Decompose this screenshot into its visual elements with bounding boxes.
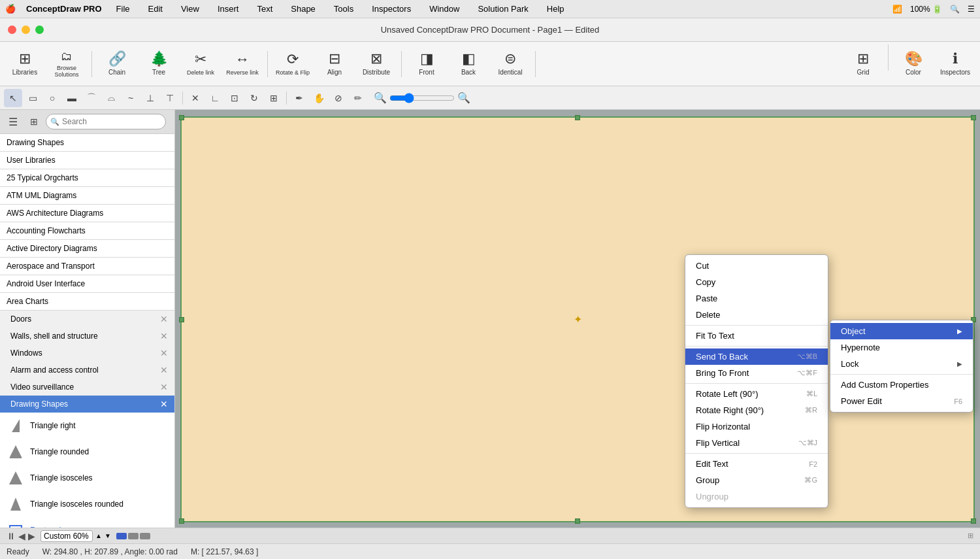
zoom-stepper-up[interactable]: ▲ — [95, 532, 102, 539]
tool-text-block[interactable]: ▬ — [63, 89, 81, 107]
tool-resize[interactable]: ⊡ — [225, 89, 244, 107]
menu-inspectors[interactable]: Inspectors — [368, 3, 415, 15]
canvas-area[interactable]: ✦ Cut Copy Paste Delete — [175, 110, 980, 528]
shape-item-tri-right[interactable]: Triangle right — [0, 413, 174, 439]
menu-flip-horizontal[interactable]: Flip Horizontal — [685, 418, 828, 435]
tool-link-angle[interactable]: ∟ — [206, 89, 224, 107]
sidebar-cat-alarm-close[interactable]: ✕ — [160, 365, 168, 375]
sidebar-cat-doors[interactable]: Doors ✕ — [0, 311, 174, 328]
toolbar-grid[interactable]: ⊞ Grid — [843, 44, 883, 84]
menu-lock[interactable]: Lock ▶ — [830, 356, 973, 372]
close-button[interactable] — [8, 25, 16, 34]
sidebar-search-input[interactable] — [46, 114, 166, 129]
handle-bc[interactable] — [575, 518, 580, 524]
menu-send-to-back[interactable]: Send To Back ⌥⌘B — [685, 348, 828, 365]
sidebar-item-drawing-shapes[interactable]: Drawing Shapes — [0, 134, 174, 152]
sidebar-item-user-libraries[interactable]: User Libraries — [0, 152, 174, 169]
menu-copy[interactable]: Copy — [685, 274, 828, 290]
toolbar-identical[interactable]: ⊜ Identical — [491, 44, 530, 84]
toolbar-distribute[interactable]: ⊠ Distribute — [357, 44, 396, 84]
handle-bl[interactable] — [179, 518, 184, 524]
toolbar-front[interactable]: ◨ Front — [407, 44, 446, 84]
sidebar-item-area-charts[interactable]: Area Charts — [0, 293, 174, 311]
menu-rotate-left[interactable]: Rotate Left (90°) ⌘L — [685, 386, 828, 402]
menu-delete[interactable]: Delete — [685, 307, 828, 323]
menu-power-edit[interactable]: Power Edit F6 — [830, 393, 973, 409]
tool-rotate[interactable]: ↻ — [245, 89, 263, 107]
menu-group[interactable]: Group ⌘G — [685, 472, 828, 488]
sidebar-list-view[interactable]: ☰ — [4, 112, 22, 131]
zoom-in-icon[interactable]: 🔍 — [457, 92, 470, 104]
menu-add-custom[interactable]: Add Custom Properties — [830, 377, 973, 393]
toolbar-reverse-link[interactable]: ↔ Reverse link — [223, 44, 262, 84]
menu-fit-to-text[interactable]: Fit To Text — [685, 328, 828, 344]
sidebar-cat-drawing-shapes[interactable]: Drawing Shapes ✕ — [0, 396, 174, 413]
minimize-button[interactable] — [22, 25, 30, 34]
page-2-indicator[interactable] — [128, 533, 139, 539]
shape-item-rectangle[interactable]: Rectangle — [0, 517, 174, 528]
tool-pen[interactable]: ✒ — [290, 89, 308, 107]
handle-ml[interactable] — [179, 317, 184, 322]
sidebar-cat-walls[interactable]: Walls, shell and structure ✕ — [0, 328, 174, 345]
tool-connector-h[interactable]: ⊤ — [161, 89, 179, 107]
sidebar-grid-view[interactable]: ⊞ — [25, 112, 43, 131]
sidebar-item-android[interactable]: Android User Interface — [0, 275, 174, 293]
next-page-button[interactable]: ▶ — [28, 531, 35, 541]
menu-shape[interactable]: Shape — [287, 3, 319, 15]
tool-rectangle[interactable]: ▭ — [24, 89, 42, 107]
page-1-indicator[interactable] — [116, 533, 127, 539]
sidebar-cat-windows-close[interactable]: ✕ — [160, 348, 168, 358]
toolbar-rotate-flip[interactable]: ⟳ Rotate & Flip — [273, 44, 312, 84]
menu-help[interactable]: Help — [543, 3, 568, 15]
zoom-slider[interactable] — [389, 93, 455, 103]
sidebar-cat-drawing-shapes-close[interactable]: ✕ — [160, 399, 168, 409]
tool-arc[interactable]: ⌓ — [102, 89, 120, 107]
sidebar-item-active-directory[interactable]: Active Directory Diagrams — [0, 240, 174, 258]
toolbar-delete-link[interactable]: ✂ Delete link — [181, 44, 220, 84]
sidebar-cat-walls-close[interactable]: ✕ — [160, 331, 168, 341]
zoom-input[interactable] — [41, 530, 93, 542]
page-3-indicator[interactable] — [140, 533, 150, 539]
shape-item-tri-iso-round[interactable]: Triangle isosceles rounded — [0, 491, 174, 517]
shape-item-tri-rounded[interactable]: Triangle rounded — [0, 439, 174, 465]
toolbar-color[interactable]: 🎨 Color — [894, 44, 933, 84]
menu-rotate-right[interactable]: Rotate Right (90°) ⌘R — [685, 402, 828, 418]
menu-paste[interactable]: Paste — [685, 290, 828, 307]
menu-bring-to-front[interactable]: Bring To Front ⌥⌘F — [685, 365, 828, 381]
sidebar-cat-windows[interactable]: Windows ✕ — [0, 345, 174, 362]
tool-crop[interactable]: ⊞ — [265, 89, 283, 107]
prev-page-button[interactable]: ◀ — [18, 531, 25, 541]
zoom-stepper-down[interactable]: ▼ — [105, 532, 111, 539]
tool-connector-v[interactable]: ⊥ — [141, 89, 159, 107]
tool-link-cross[interactable]: ✕ — [186, 89, 204, 107]
maximize-button[interactable] — [35, 25, 44, 34]
toolbar-tree[interactable]: 🌲 Tree — [139, 44, 178, 84]
toolbar-inspectors[interactable]: ℹ Inspectors — [936, 44, 975, 84]
menu-ungroup[interactable]: Ungroup — [685, 488, 828, 505]
handle-tc[interactable] — [575, 115, 580, 120]
menu-tools[interactable]: Tools — [330, 3, 357, 15]
toolbar-back[interactable]: ◧ Back — [449, 44, 488, 84]
menu-edit-text[interactable]: Edit Text F2 — [685, 456, 828, 472]
tool-ellipse[interactable]: ○ — [43, 89, 61, 107]
menu-file[interactable]: File — [112, 3, 134, 15]
sidebar-item-atm-uml[interactable]: ATM UML Diagrams — [0, 187, 174, 205]
menu-insert[interactable]: Insert — [214, 3, 243, 15]
menu-flip-vertical[interactable]: Flip Vertical ⌥⌘J — [685, 435, 828, 451]
sidebar-item-aws[interactable]: AWS Architecture Diagrams — [0, 205, 174, 222]
tool-curve[interactable]: ⌒ — [82, 89, 101, 107]
handle-tr[interactable] — [971, 115, 976, 120]
sidebar-item-accounting[interactable]: Accounting Flowcharts — [0, 222, 174, 240]
pause-button[interactable]: ⏸ — [7, 531, 16, 541]
menu-solution-park[interactable]: Solution Park — [474, 3, 532, 15]
menu-text[interactable]: Text — [253, 3, 276, 15]
sidebar-item-orgcharts[interactable]: 25 Typical Orgcharts — [0, 169, 174, 187]
sidebar-cat-video[interactable]: Video surveillance ✕ — [0, 379, 174, 396]
menu-object[interactable]: Object ▶ — [830, 323, 973, 339]
tool-pencil[interactable]: ✏ — [349, 89, 367, 107]
menu-cut[interactable]: Cut — [685, 258, 828, 274]
zoom-out-icon[interactable]: 🔍 — [374, 92, 387, 104]
menu-window[interactable]: Window — [425, 3, 463, 15]
toolbar-browse-solutions[interactable]: 🗂 Browse Solutions — [47, 44, 86, 84]
sidebar-cat-alarm[interactable]: Alarm and access control ✕ — [0, 362, 174, 379]
